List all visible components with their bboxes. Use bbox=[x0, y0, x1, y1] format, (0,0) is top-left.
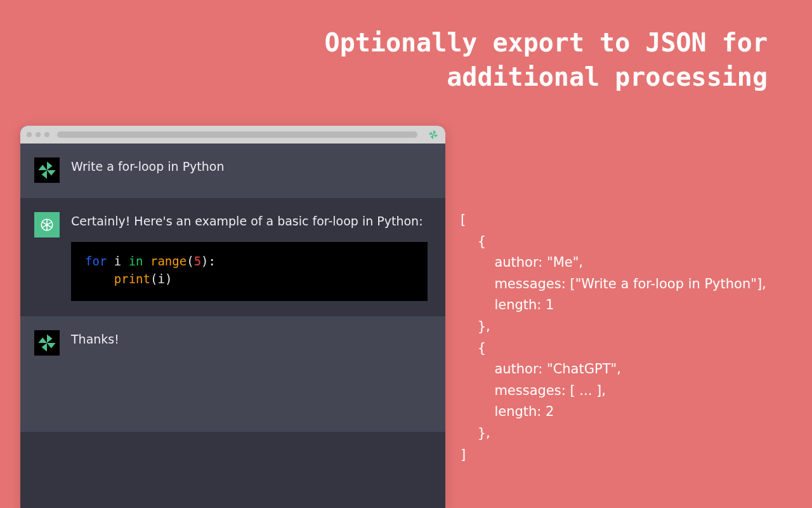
message-user-2: Thanks! bbox=[20, 316, 445, 432]
code-token: 5 bbox=[194, 254, 201, 268]
json-line: messages: ["Write a for-loop in Python"]… bbox=[461, 276, 766, 291]
json-line: author: "Me", bbox=[461, 255, 583, 270]
json-line: }, bbox=[461, 425, 490, 441]
message-text: Certainly! Here's an example of a basic … bbox=[71, 212, 428, 231]
code-token bbox=[85, 272, 114, 286]
window-dot-zoom[interactable] bbox=[44, 132, 49, 137]
json-line: [ bbox=[461, 212, 466, 227]
message-text: Thanks! bbox=[71, 330, 428, 349]
extension-pinwheel-icon[interactable] bbox=[428, 129, 439, 140]
json-line: }, bbox=[461, 319, 490, 334]
browser-window: Write a for-loop in Python Certainly! He… bbox=[20, 126, 445, 508]
code-token: range bbox=[143, 254, 187, 268]
json-line: length: 1 bbox=[461, 297, 554, 312]
code-token: i bbox=[107, 254, 128, 268]
window-dot-close[interactable] bbox=[27, 132, 32, 137]
messages: Write a for-loop in Python Certainly! He… bbox=[20, 144, 445, 432]
user-avatar bbox=[34, 157, 60, 183]
message-body: Certainly! Here's an example of a basic … bbox=[71, 212, 428, 301]
code-token: in bbox=[129, 254, 143, 268]
message-user-1: Write a for-loop in Python bbox=[20, 144, 445, 198]
json-export-preview: [ { author: "Me", messages: ["Write a fo… bbox=[461, 210, 766, 465]
address-bar[interactable] bbox=[57, 131, 417, 138]
code-token: ) bbox=[165, 272, 172, 286]
message-assistant-1: Certainly! Here's an example of a basic … bbox=[20, 198, 445, 316]
json-line: messages: [ ... ], bbox=[461, 383, 606, 398]
user-avatar bbox=[34, 330, 60, 356]
message-text: Write a for-loop in Python bbox=[71, 157, 428, 176]
json-line: author: "ChatGPT", bbox=[461, 361, 621, 377]
headline: Optionally export to JSON for additional… bbox=[325, 25, 768, 94]
json-line: { bbox=[461, 234, 486, 249]
code-token: print bbox=[114, 272, 150, 286]
code-token: for bbox=[85, 254, 107, 268]
code-token: ( bbox=[150, 272, 157, 286]
json-line: length: 2 bbox=[461, 404, 554, 419]
code-block: for i in range(5): print(i) bbox=[71, 242, 428, 301]
code-token: i bbox=[157, 272, 164, 286]
json-line: { bbox=[461, 340, 486, 356]
code-token: ): bbox=[201, 254, 216, 268]
code-token: ( bbox=[187, 254, 193, 268]
assistant-avatar bbox=[34, 212, 60, 237]
titlebar bbox=[20, 126, 445, 144]
window-dot-minimize[interactable] bbox=[36, 132, 41, 137]
json-line: ] bbox=[461, 447, 466, 462]
